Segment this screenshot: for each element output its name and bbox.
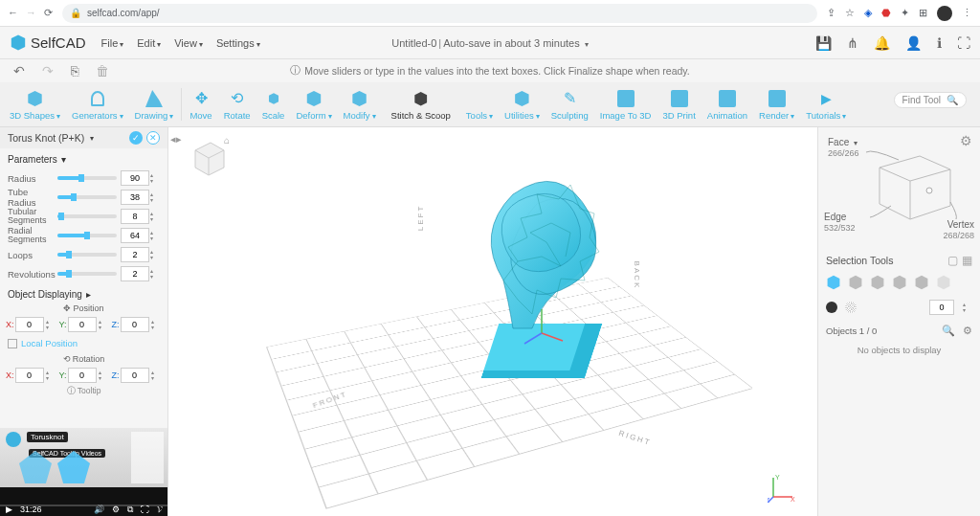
rot-x-input[interactable] bbox=[15, 368, 44, 383]
color-black[interactable] bbox=[826, 302, 837, 313]
sel-mode-edge[interactable] bbox=[892, 275, 907, 290]
brand-logo[interactable]: SelfCAD bbox=[10, 34, 86, 52]
parameters-header[interactable]: Parameters ▾ bbox=[0, 148, 167, 168]
ribbon-scale[interactable]: Scale bbox=[256, 86, 291, 123]
bell-icon[interactable]: 🔔 bbox=[874, 35, 890, 51]
ext-icon[interactable]: ◈ bbox=[864, 7, 872, 19]
ribbon-move[interactable]: ✥Move bbox=[184, 86, 217, 123]
reload-icon[interactable]: ⟳ bbox=[44, 7, 53, 19]
sel-mode-face[interactable] bbox=[870, 275, 885, 290]
rot-y-input[interactable] bbox=[68, 368, 97, 383]
3d-viewport[interactable]: ◂▸ ⌂ LEFT BACK FRONT RIGHT bbox=[168, 127, 817, 516]
panel-settings-icon[interactable]: ⚙ bbox=[960, 133, 972, 148]
ribbon-modify[interactable]: Modify▾ bbox=[338, 86, 382, 123]
volume-icon[interactable]: 🔊 bbox=[94, 505, 104, 514]
axis-gizmo[interactable]: Y X Z bbox=[768, 474, 796, 503]
sel-mode-solid[interactable] bbox=[826, 275, 841, 290]
ribbon-stitch-scoop[interactable]: Stitch & Scoop bbox=[386, 86, 457, 123]
ribbon-generators[interactable]: Generators▾ bbox=[66, 86, 129, 123]
sel-tool-icon-2[interactable]: ▦ bbox=[962, 254, 972, 267]
home-icon[interactable]: ⌂ bbox=[224, 135, 230, 146]
ribbon-tools[interactable]: Tools▾ bbox=[460, 86, 499, 123]
ribbon-drawing[interactable]: Drawing▾ bbox=[129, 86, 180, 123]
redo-icon[interactable]: ↷ bbox=[42, 63, 54, 79]
ribbon-3d-shapes[interactable]: 3D Shapes▾ bbox=[4, 86, 66, 123]
pos-z-input[interactable] bbox=[121, 317, 149, 332]
tubseg-slider[interactable] bbox=[57, 214, 117, 218]
extensions-icon[interactable]: ✦ bbox=[901, 7, 909, 19]
help-icon[interactable]: ℹ bbox=[937, 35, 942, 51]
share-icon[interactable]: ⇪ bbox=[827, 7, 835, 19]
back-icon[interactable]: ← bbox=[8, 7, 18, 19]
ext-icon-2[interactable]: ⬣ bbox=[881, 7, 891, 19]
sel-mode-poly[interactable] bbox=[936, 275, 951, 290]
ribbon-utilities[interactable]: Utilities▾ bbox=[499, 86, 546, 123]
confirm-icon[interactable]: ✓ bbox=[129, 131, 143, 145]
face-label[interactable]: Face ▾266/266 bbox=[828, 137, 859, 158]
radius-input[interactable] bbox=[121, 170, 149, 186]
menu-icon[interactable]: ⋮ bbox=[962, 7, 972, 19]
radius-slider[interactable] bbox=[57, 176, 117, 180]
ribbon-deform[interactable]: Deform▾ bbox=[290, 86, 337, 123]
opacity-input[interactable] bbox=[929, 300, 954, 315]
undo-icon[interactable]: ↶ bbox=[13, 63, 25, 79]
radseg-input[interactable] bbox=[121, 228, 149, 243]
delete-icon[interactable]: 🗑 bbox=[96, 63, 109, 79]
ribbon-animation[interactable]: Animation bbox=[702, 86, 753, 123]
vertex-label[interactable]: Vertex268/268 bbox=[943, 219, 974, 240]
pip-icon[interactable]: ⧉ bbox=[127, 505, 133, 515]
rev-input[interactable] bbox=[121, 266, 149, 281]
ribbon-render[interactable]: Render▾ bbox=[753, 86, 800, 123]
search-objects-icon[interactable]: 🔍 bbox=[942, 325, 955, 337]
objects-settings-icon[interactable]: ⚙ bbox=[963, 325, 972, 337]
ribbon-sculpting[interactable]: ✎Sculpting bbox=[546, 86, 594, 123]
menu-view[interactable]: View▾ bbox=[174, 37, 203, 49]
share-icon[interactable]: ⋔ bbox=[847, 35, 858, 51]
rev-slider[interactable] bbox=[57, 272, 117, 276]
panel-drag-handle[interactable]: ◂▸ bbox=[170, 133, 182, 146]
ribbon-3d-print[interactable]: 3D Print bbox=[657, 86, 701, 123]
tube-input[interactable] bbox=[121, 190, 149, 205]
fullscreen-video-icon[interactable]: ⛶ bbox=[141, 505, 149, 514]
cancel-icon[interactable]: ✕ bbox=[146, 131, 160, 145]
forward-icon[interactable]: → bbox=[26, 7, 36, 19]
local-position-checkbox[interactable]: Local Position bbox=[0, 334, 167, 352]
ribbon-rotate[interactable]: ⟲Rotate bbox=[218, 86, 256, 123]
svg-text:X: X bbox=[791, 496, 795, 503]
find-tool-input[interactable]: Find Tool🔍 bbox=[894, 92, 967, 108]
pos-x-input[interactable] bbox=[15, 317, 44, 332]
color-pattern[interactable] bbox=[845, 302, 857, 313]
radseg-slider[interactable] bbox=[57, 234, 117, 237]
tubseg-input[interactable] bbox=[121, 209, 149, 224]
selection-cube-icon[interactable] bbox=[862, 148, 958, 225]
profile-avatar[interactable] bbox=[937, 6, 952, 21]
loops-input[interactable] bbox=[121, 247, 149, 262]
sel-mode-vertex[interactable] bbox=[914, 275, 929, 290]
menu-edit[interactable]: Edit▾ bbox=[137, 37, 161, 49]
edge-label[interactable]: Edge532/532 bbox=[824, 212, 856, 233]
object-displaying-header[interactable]: Object Displaying ▸ bbox=[0, 283, 167, 302]
vimeo-icon[interactable]: 𝓥 bbox=[157, 505, 162, 515]
ribbon-tutorials[interactable]: ▶Tutorials▾ bbox=[800, 86, 852, 123]
loops-slider[interactable] bbox=[57, 253, 117, 257]
menu-settings[interactable]: Settings▾ bbox=[216, 37, 260, 49]
rot-z-input[interactable] bbox=[121, 368, 149, 383]
fullscreen-icon[interactable]: ⛶ bbox=[957, 35, 970, 51]
user-icon[interactable]: 👤 bbox=[905, 35, 922, 51]
ribbon-image-to-3d[interactable]: Image To 3D bbox=[594, 86, 657, 123]
puzzle-icon[interactable]: ⊞ bbox=[919, 7, 927, 19]
play-icon[interactable]: ▶ bbox=[6, 505, 12, 514]
sel-mode-wire[interactable] bbox=[848, 275, 863, 290]
url-bar[interactable]: 🔒 selfcad.com/app/ bbox=[62, 4, 817, 23]
torus-knot-mesh[interactable] bbox=[446, 166, 637, 386]
view-cube-gizmo[interactable]: ⌂ bbox=[188, 137, 228, 177]
bookmark-icon[interactable]: ☆ bbox=[845, 7, 855, 19]
copy-icon[interactable]: ⎘ bbox=[71, 63, 78, 79]
menu-file[interactable]: File▾ bbox=[101, 37, 124, 49]
sel-tool-icon-1[interactable]: ▢ bbox=[947, 254, 958, 267]
tube-slider[interactable] bbox=[57, 195, 117, 199]
tutorial-video[interactable]: Torusknot SelfCAD Tooltip Videos ▶ 31:26… bbox=[0, 428, 167, 516]
settings-icon[interactable]: ⚙ bbox=[112, 505, 120, 514]
pos-y-input[interactable] bbox=[68, 317, 97, 332]
save-icon[interactable]: 💾 bbox=[815, 35, 832, 51]
